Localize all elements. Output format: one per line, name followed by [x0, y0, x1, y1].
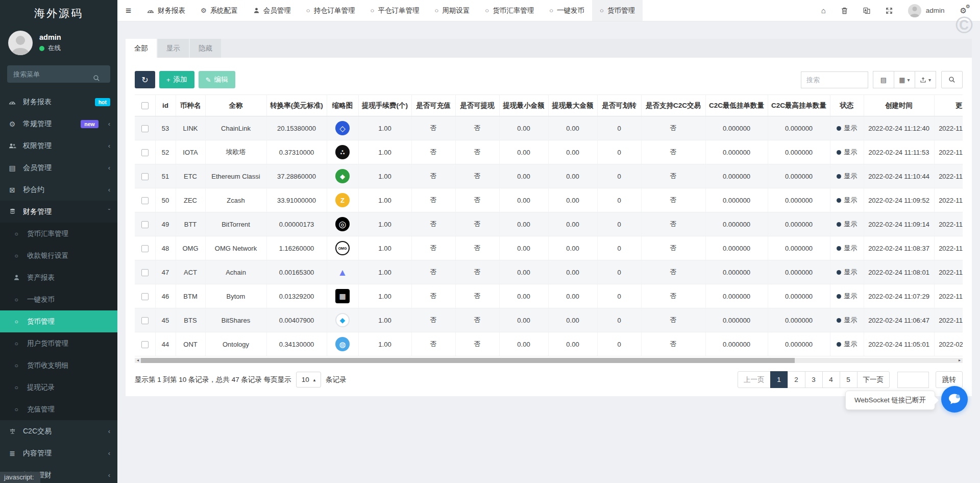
sidebar-item[interactable]: ▤会员管理‹ — [0, 157, 117, 179]
next-page-button[interactable]: 下一页 — [857, 371, 890, 388]
gears-icon: ⚙ — [7, 120, 17, 128]
fullscreen-icon[interactable] — [886, 7, 893, 14]
translate-icon[interactable] — [863, 7, 870, 14]
sidebar-item-label: 财务管理 — [23, 207, 52, 216]
page-button[interactable]: 2 — [788, 371, 805, 388]
page-button[interactable]: 1 — [770, 371, 788, 388]
settings-icon[interactable]: ⚙⚙ — [960, 6, 967, 15]
user-menu[interactable]: admin — [908, 4, 945, 17]
table-search-input[interactable] — [801, 71, 868, 88]
page-button[interactable]: 5 — [840, 371, 857, 388]
refresh-button[interactable]: ↻ — [135, 71, 155, 88]
table-row[interactable]: 45BTSBitShares0.00407900◆1.00否否0.000.000… — [135, 308, 963, 332]
sidebar-item[interactable]: ○货币收支明细 — [0, 354, 117, 376]
table-row[interactable]: 44ONTOntology0.34130000◍1.00否否0.000.000否… — [135, 332, 963, 356]
table-row[interactable]: 53LINKChainLink20.15380000◇1.00否否0.000.0… — [135, 116, 963, 140]
chat-button[interactable] — [941, 386, 968, 413]
sidebar-item[interactable]: 财务报表hot — [0, 91, 117, 113]
sidebar-item[interactable]: ⚙常规管理new‹ — [0, 113, 117, 135]
currency-table: id币种名全称转换率(美元标准)缩略图提现手续费(个)是否可充值是否可提现提现最… — [135, 94, 963, 356]
cell-c2c_max: 0.000000 — [768, 260, 830, 284]
table-row[interactable]: 48OMGOMG Network1.16260000OMG1.00否否0.000… — [135, 236, 963, 260]
status-dot-icon — [837, 294, 841, 299]
row-checkbox[interactable] — [141, 293, 149, 300]
row-checkbox[interactable] — [141, 149, 149, 156]
table-row[interactable]: 52IOTA埃欧塔0.37310000∴1.00否否0.000.000否0.00… — [135, 140, 963, 164]
cell-check — [135, 308, 155, 332]
sidebar-item[interactable]: 资产报表 — [0, 267, 117, 288]
cell-withdraw: 否 — [455, 164, 499, 188]
chevron-down-icon: ˇ — [108, 208, 110, 215]
coin-icon: ◍ — [335, 337, 350, 351]
table-row[interactable]: 47ACTAchain0.00165300▲1.00否否0.000.000否0.… — [135, 260, 963, 284]
table-row[interactable]: 50ZECZcash33.91000000Z1.00否否0.000.000否0.… — [135, 188, 963, 212]
sidebar-item[interactable]: ⊠秒合约‹ — [0, 179, 117, 201]
scrollbar-thumb[interactable] — [141, 358, 795, 363]
row-checkbox[interactable] — [141, 125, 149, 132]
nav-tab[interactable]: ○平仓订单管理 — [363, 0, 427, 21]
row-checkbox[interactable] — [141, 221, 149, 228]
sidebar-item[interactable]: ○提现记录 — [0, 376, 117, 398]
status-label: 显示 — [844, 220, 857, 229]
table-row[interactable]: 46BTMBytom0.01329200▦1.00否否0.000.000否0.0… — [135, 284, 963, 308]
page-button[interactable]: 3 — [805, 371, 823, 388]
nav-tab[interactable]: ○持仓订单管理 — [299, 0, 363, 21]
sidebar-item[interactable]: ○货币汇率管理 — [0, 223, 117, 245]
nav-tab[interactable]: ○一键发币 — [542, 0, 592, 21]
scroll-left-arrow[interactable]: ◂ — [135, 358, 141, 363]
row-checkbox[interactable] — [141, 317, 149, 324]
nav-tab[interactable]: 会员管理 — [246, 0, 299, 21]
table-row[interactable]: 49BTTBitTorrent0.00000173◎1.00否否0.000.00… — [135, 212, 963, 236]
cell-name: ChainLink — [205, 116, 266, 140]
page-size-select[interactable]: 10 ▴ — [296, 372, 322, 388]
column-header: 是否支持C2C交易 — [641, 95, 705, 116]
sidebar-item[interactable]: ≣内容管理‹ — [0, 442, 117, 464]
nav-tab[interactable]: ○货币管理 — [592, 0, 643, 21]
sidebar-item[interactable]: 财务管理ˇ — [0, 201, 117, 223]
search-button[interactable] — [941, 71, 963, 88]
brand-title: 海外源码 — [0, 0, 117, 27]
sidebar-item[interactable]: ○用户货币管理 — [0, 332, 117, 354]
export-button[interactable]: ▾ — [915, 71, 936, 88]
detail-view-button[interactable]: ▤ — [873, 71, 894, 88]
row-checkbox[interactable] — [141, 269, 149, 276]
row-checkbox[interactable] — [141, 197, 149, 204]
hamburger-icon[interactable]: ≡ — [117, 5, 139, 16]
status-label: 显示 — [844, 268, 857, 277]
filter-tab[interactable]: 显示 — [158, 39, 189, 58]
scroll-right-arrow[interactable]: ▸ — [957, 358, 963, 363]
cell-c2c_max: 0.000000 — [768, 212, 830, 236]
page-button[interactable]: 4 — [822, 371, 840, 388]
sidebar-item[interactable]: ○收款银行设置 — [0, 245, 117, 267]
page-jump-input[interactable] — [897, 372, 929, 388]
prev-page-button[interactable]: 上一页 — [738, 371, 771, 388]
edit-button[interactable]: ✎编辑 — [199, 71, 235, 88]
row-checkbox[interactable] — [141, 173, 149, 180]
cell-transferable: 0 — [597, 140, 641, 164]
nav-tab[interactable]: ○货币汇率管理 — [477, 0, 542, 21]
nav-tab[interactable]: ⚙系统配置 — [193, 0, 246, 21]
sidebar-item[interactable]: ○一键发币 — [0, 288, 117, 310]
home-icon[interactable]: ⌂ — [821, 6, 826, 15]
detail-view-icon: ▤ — [880, 76, 887, 84]
filter-tab[interactable]: 隐藏 — [190, 39, 221, 58]
cell-min_amount: 0.00 — [499, 260, 548, 284]
sidebar-item[interactable]: 权限管理‹ — [0, 135, 117, 157]
add-button[interactable]: +添加 — [159, 71, 194, 88]
sidebar-item[interactable]: ○充值管理 — [0, 398, 117, 420]
nav-tab[interactable]: 财务报表 — [139, 0, 193, 21]
cell-c2c_min: 0.000000 — [705, 332, 768, 356]
row-checkbox[interactable] — [141, 341, 149, 348]
trash-icon[interactable] — [841, 7, 848, 14]
columns-button[interactable]: ▦▾ — [894, 71, 915, 88]
page-jump-button[interactable]: 跳转 — [936, 371, 963, 388]
filter-tab[interactable]: 全部 — [126, 39, 157, 58]
select-all-checkbox[interactable] — [141, 102, 149, 109]
cell-check — [135, 236, 155, 260]
sidebar-item[interactable]: C2C交易‹ — [0, 420, 117, 442]
sidebar-item[interactable]: ○货币管理 — [0, 310, 117, 332]
nav-tab[interactable]: ○周期设置 — [427, 0, 477, 21]
row-checkbox[interactable] — [141, 245, 149, 252]
cell-c2c: 否 — [641, 284, 705, 308]
table-row[interactable]: 51ETCEthereum Classi37.28860000◆1.00否否0.… — [135, 164, 963, 188]
